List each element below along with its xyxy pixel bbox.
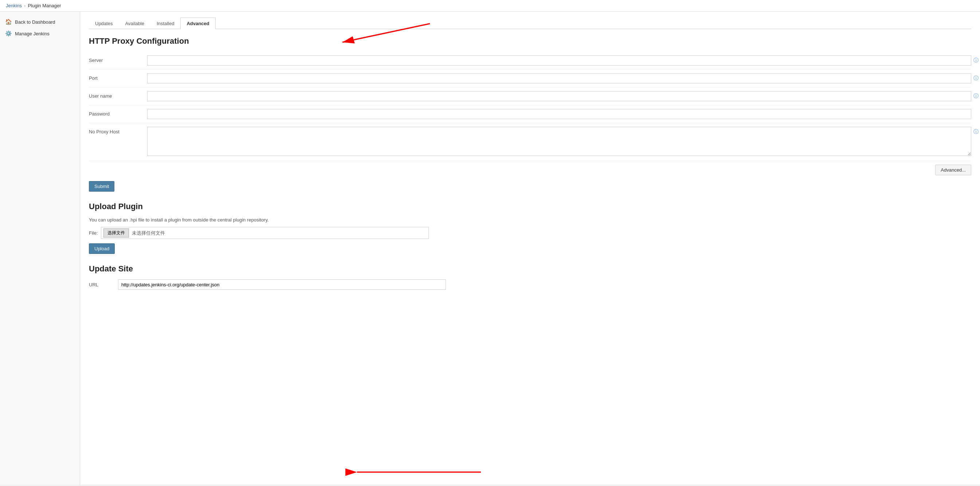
- file-no-file-label: 未选择任何文件: [132, 230, 165, 236]
- upload-plugin-section: Upload Plugin You can upload an .hpi fil…: [89, 202, 971, 254]
- tab-bar: Updates Available Installed Advanced: [89, 18, 971, 29]
- server-input[interactable]: [147, 56, 971, 65]
- form-row-port: Port ⓘ: [89, 70, 971, 88]
- field-no-proxy-host: ⓘ: [147, 127, 971, 157]
- sidebar-item-manage-jenkins[interactable]: ⚙️ Manage Jenkins: [0, 28, 80, 39]
- sidebar-item-label: Back to Dashboard: [15, 19, 56, 25]
- label-server: Server: [89, 56, 147, 65]
- label-port: Port: [89, 73, 147, 83]
- http-proxy-title: HTTP Proxy Configuration: [89, 37, 971, 46]
- server-help-icon[interactable]: ⓘ: [974, 57, 978, 64]
- upload-plugin-description: You can upload an .hpi file to install a…: [89, 217, 971, 223]
- password-input[interactable]: [147, 109, 971, 119]
- url-input[interactable]: [118, 279, 446, 290]
- port-help-icon[interactable]: ⓘ: [974, 75, 978, 81]
- no-proxy-host-textarea[interactable]: [147, 127, 971, 156]
- update-site-title: Update Site: [89, 264, 971, 274]
- sidebar: 🏠 Back to Dashboard ⚙️ Manage Jenkins: [0, 12, 80, 484]
- file-label: File:: [89, 230, 98, 236]
- breadcrumb-current: Plugin Manager: [28, 3, 61, 8]
- no-proxy-host-help-icon[interactable]: ⓘ: [974, 129, 978, 135]
- main-content: Updates Available Installed Advanced HTT…: [80, 12, 980, 484]
- advanced-button-row: Advanced...: [89, 165, 971, 175]
- gear-icon: ⚙️: [5, 30, 12, 37]
- form-row-server: Server ⓘ: [89, 52, 971, 70]
- jenkins-breadcrumb-link[interactable]: Jenkins: [6, 3, 22, 8]
- file-choose-button[interactable]: 选择文件: [103, 228, 129, 237]
- port-input[interactable]: [147, 73, 971, 83]
- tab-available[interactable]: Available: [119, 18, 150, 29]
- url-label: URL: [89, 282, 118, 287]
- tab-advanced[interactable]: Advanced: [180, 18, 215, 29]
- sidebar-item-label: Manage Jenkins: [15, 31, 49, 37]
- upload-button-row: Upload: [89, 243, 971, 254]
- form-row-no-proxy-host: No Proxy Host ⓘ: [89, 123, 971, 161]
- submit-button[interactable]: Submit: [89, 181, 115, 192]
- form-row-username: User name ⓘ: [89, 88, 971, 105]
- field-password: [147, 109, 971, 119]
- url-row: URL: [89, 279, 971, 290]
- submit-button-row: Submit: [89, 181, 971, 192]
- tab-updates[interactable]: Updates: [89, 18, 119, 29]
- username-help-icon[interactable]: ⓘ: [974, 93, 978, 99]
- file-input-container: 选择文件 未选择任何文件: [101, 227, 429, 239]
- form-row-password: Password: [89, 105, 971, 123]
- username-input[interactable]: [147, 91, 971, 101]
- label-password: Password: [89, 109, 147, 119]
- home-icon: 🏠: [5, 19, 12, 25]
- tab-installed[interactable]: Installed: [150, 18, 180, 29]
- update-site-section: Update Site URL: [89, 264, 971, 290]
- breadcrumb: Jenkins › Plugin Manager: [0, 0, 980, 12]
- field-username: ⓘ: [147, 91, 971, 101]
- http-proxy-section: HTTP Proxy Configuration Server ⓘ Port ⓘ: [89, 37, 971, 192]
- breadcrumb-separator: ›: [24, 3, 25, 8]
- advanced-button[interactable]: Advanced...: [935, 165, 971, 175]
- field-server: ⓘ: [147, 56, 971, 65]
- field-port: ⓘ: [147, 73, 971, 83]
- upload-button[interactable]: Upload: [89, 243, 115, 254]
- label-no-proxy-host: No Proxy Host: [89, 127, 147, 137]
- file-input-row: File: 选择文件 未选择任何文件: [89, 227, 971, 239]
- sidebar-item-back-to-dashboard[interactable]: 🏠 Back to Dashboard: [0, 16, 80, 28]
- upload-plugin-title: Upload Plugin: [89, 202, 971, 211]
- label-username: User name: [89, 91, 147, 101]
